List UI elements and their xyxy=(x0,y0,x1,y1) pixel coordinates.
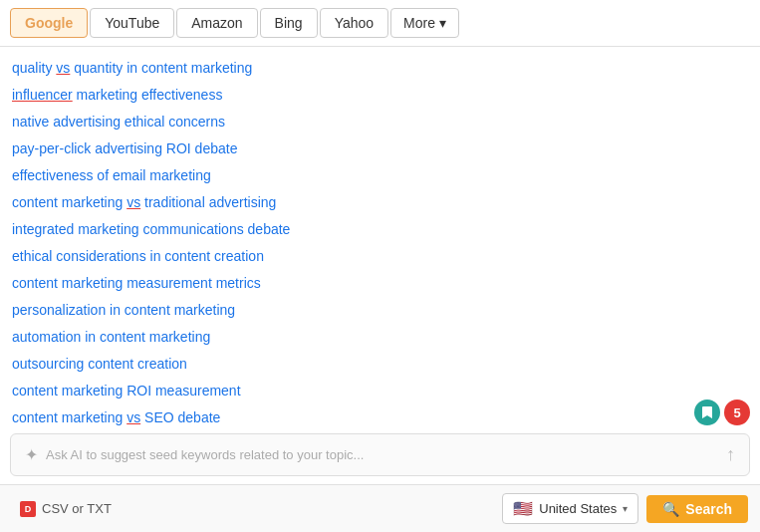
tab-youtube[interactable]: YouTube xyxy=(90,8,174,38)
list-item[interactable]: quality vs quantity in content marketing xyxy=(12,55,748,82)
first-word-highlight: influencer xyxy=(12,87,73,103)
vs-highlight: vs xyxy=(127,409,140,425)
chevron-down-icon: ▾ xyxy=(439,15,446,31)
tab-amazon[interactable]: Amazon xyxy=(176,8,257,38)
chevron-down-icon: ▾ xyxy=(623,503,628,514)
vs-highlight: vs xyxy=(127,194,140,210)
tab-yahoo[interactable]: Yahoo xyxy=(320,8,388,38)
list-item[interactable]: content marketing vs SEO debate xyxy=(12,404,748,431)
list-item[interactable]: content marketing vs traditional adverti… xyxy=(12,189,748,216)
badge-count[interactable]: 5 xyxy=(724,399,750,425)
list-item[interactable]: automation in content marketing xyxy=(12,324,748,351)
flag-icon: 🇺🇸 xyxy=(513,499,533,518)
list-item[interactable]: personalization in content marketing xyxy=(12,297,748,324)
list-item[interactable]: content marketing ethics xyxy=(12,431,748,433)
country-selector[interactable]: 🇺🇸 United States ▾ xyxy=(502,493,638,524)
search-label: Search xyxy=(685,501,732,517)
tab-bar: Google YouTube Amazon Bing Yahoo More ▾ xyxy=(0,0,760,47)
list-item[interactable]: integrated marketing communications deba… xyxy=(12,216,748,243)
ai-placeholder-text: Ask AI to suggest seed keywords related … xyxy=(46,447,364,462)
tab-google[interactable]: Google xyxy=(10,8,88,38)
list-item[interactable]: influencer marketing effectiveness xyxy=(12,82,748,109)
search-button[interactable]: 🔍 Search xyxy=(646,495,748,523)
floating-icons: 5 xyxy=(694,399,750,425)
csv-icon: D xyxy=(20,501,36,517)
list-item[interactable]: outsourcing content creation xyxy=(12,351,748,378)
bottom-bar: D CSV or TXT 🇺🇸 United States ▾ 🔍 Search xyxy=(0,484,760,532)
list-item[interactable]: native advertising ethical concerns xyxy=(12,109,748,135)
ai-suggestion-bar[interactable]: ✦ Ask AI to suggest seed keywords relate… xyxy=(10,433,750,476)
list-item[interactable]: effectiveness of email marketing xyxy=(12,162,748,189)
vs-highlight: vs xyxy=(56,60,70,76)
bookmark-icon[interactable] xyxy=(694,399,720,425)
list-item[interactable]: content marketing measurement metrics xyxy=(12,270,748,297)
tab-bing[interactable]: Bing xyxy=(260,8,318,38)
list-item[interactable]: ethical considerations in content creati… xyxy=(12,243,748,270)
list-item[interactable]: content marketing ROI measurement xyxy=(12,378,748,404)
ai-input-area: ✦ Ask AI to suggest seed keywords relate… xyxy=(25,445,364,464)
tab-more[interactable]: More ▾ xyxy=(390,8,459,38)
csv-label: CSV or TXT xyxy=(42,501,112,516)
csv-button[interactable]: D CSV or TXT xyxy=(12,497,120,521)
plus-icon: ✦ xyxy=(25,445,38,464)
send-icon[interactable]: ↑ xyxy=(726,444,735,465)
keywords-container: quality vs quantity in content marketing… xyxy=(0,47,760,433)
tab-more-label: More xyxy=(403,15,435,31)
country-name: United States xyxy=(539,501,617,516)
list-item[interactable]: pay-per-click advertising ROI debate xyxy=(12,135,748,162)
search-icon: 🔍 xyxy=(662,501,679,517)
bottom-right-actions: 🇺🇸 United States ▾ 🔍 Search xyxy=(502,493,748,524)
